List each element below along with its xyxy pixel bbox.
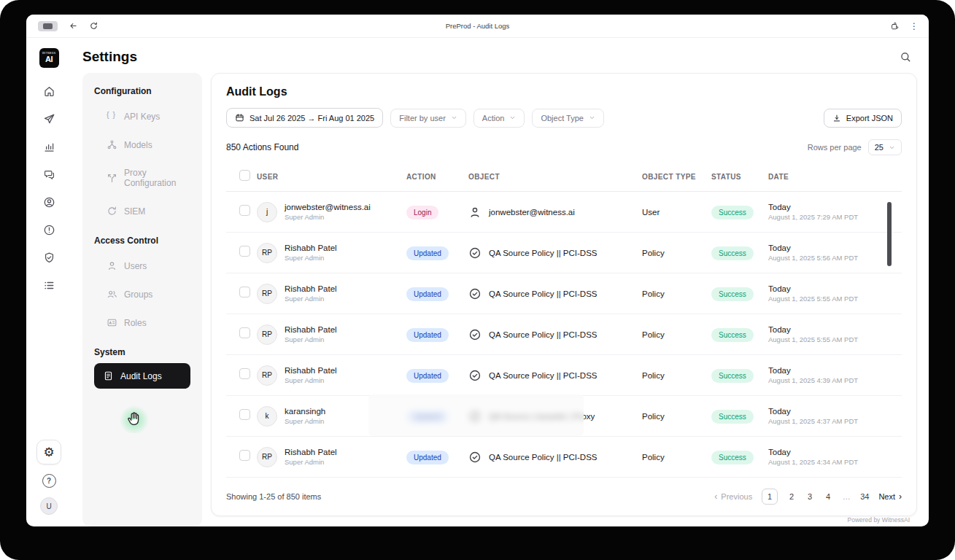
home-icon[interactable]	[43, 85, 55, 98]
object-name: QA Source Policy || PCI-DSS	[489, 289, 598, 298]
browser-tab-title: PreProd - Audit Logs	[26, 22, 929, 30]
object-policy-icon	[468, 246, 482, 260]
date-secondary: August 1, 2025 5:55 AM PDT	[768, 295, 902, 303]
sidebar-item-proxy-configuration[interactable]: Proxy Configuration	[94, 159, 190, 197]
witnessai-logo[interactable]: WITNESS AI	[39, 48, 59, 68]
sidebar-item-models[interactable]: Models	[94, 131, 190, 159]
chrome-right-controls: ⋮	[890, 21, 919, 31]
table-footer: Showing 1-25 of 850 items ‹ Previous 123…	[226, 478, 902, 508]
calendar-icon	[235, 113, 244, 122]
pagination-page[interactable]: 2	[787, 492, 796, 501]
export-json-label: Export JSON	[846, 114, 893, 122]
avatar: j	[257, 202, 277, 222]
column-header-action: ACTION	[406, 173, 468, 181]
row-checkbox[interactable]	[239, 409, 250, 420]
date-secondary: August 1, 2025 5:55 AM PDT	[768, 335, 902, 343]
status-badge: Success	[711, 328, 754, 342]
user-name: Rishabh Patel	[285, 325, 337, 334]
pagination-page[interactable]: 1	[762, 489, 778, 505]
action-dropdown[interactable]: Action	[473, 109, 525, 128]
alert-circle-icon[interactable]	[43, 224, 55, 236]
filter-by-user-dropdown[interactable]: Filter by user	[390, 109, 466, 128]
user-circle-icon[interactable]	[43, 196, 55, 209]
avatar: RP	[257, 243, 277, 263]
user-name: Rishabh Patel	[285, 366, 337, 375]
status-badge: Success	[711, 369, 754, 383]
nav-rail: WITNESS AI ⚙ ? U	[26, 38, 71, 526]
table-row[interactable]: k karansingh Super Admin Updated QA Sour…	[226, 396, 902, 437]
row-checkbox[interactable]	[239, 450, 250, 461]
row-checkbox[interactable]	[239, 246, 250, 257]
chevron-down-icon	[889, 144, 895, 151]
select-all-checkbox[interactable]	[239, 170, 250, 181]
section-label-configuration: Configuration	[94, 86, 190, 96]
extensions-icon[interactable]	[890, 21, 900, 31]
sidebar-item-label: Models	[124, 140, 152, 150]
user-avatar[interactable]: U	[40, 497, 58, 515]
list-icon[interactable]	[43, 279, 55, 292]
rows-per-page-select[interactable]: 25	[868, 139, 902, 155]
action-badge: Login	[406, 206, 438, 219]
scrollbar-thumb[interactable]	[887, 202, 892, 266]
settings-sidebar: Configuration { } API Keys Models Proxy …	[82, 73, 202, 526]
user-role: Super Admin	[285, 458, 337, 466]
nodes-icon	[107, 139, 117, 150]
avatar: RP	[257, 365, 277, 386]
rail-icons	[43, 85, 55, 292]
sidebar-item-roles[interactable]: Roles	[94, 308, 190, 337]
page-header: Settings	[71, 38, 929, 73]
sidebar-item-audit-logs[interactable]: Audit Logs	[94, 363, 190, 389]
row-checkbox[interactable]	[239, 327, 250, 338]
date-primary: Today	[768, 244, 902, 252]
help-icon[interactable]: ?	[42, 474, 56, 488]
body-columns: Configuration { } API Keys Models Proxy …	[71, 73, 929, 526]
table-row[interactable]: RP Rishabh Patel Super Admin Updated QA …	[226, 437, 902, 478]
user-role: Super Admin	[285, 335, 337, 343]
object-name: QA Source Policy || PCI-DSS	[489, 330, 598, 339]
sidebar-item-label: Roles	[124, 318, 147, 328]
table-row[interactable]: RP Rishabh Patel Super Admin Updated QA …	[226, 355, 902, 396]
status-badge: Success	[711, 287, 754, 301]
user-name: jonwebster@witness.ai	[285, 203, 371, 211]
pagination-next[interactable]: Next ›	[878, 492, 902, 501]
object-type-dropdown[interactable]: Object Type	[532, 109, 604, 128]
avatar: RP	[257, 324, 277, 345]
settings-gear-icon[interactable]: ⚙	[36, 440, 61, 464]
row-checkbox[interactable]	[239, 205, 250, 216]
sidebar-item-users[interactable]: Users	[94, 252, 190, 280]
shield-check-icon[interactable]	[43, 252, 55, 264]
split-arrows-icon	[107, 173, 117, 184]
search-icon[interactable]	[900, 51, 911, 63]
chevron-down-icon	[451, 114, 457, 121]
date-primary: Today	[768, 366, 902, 375]
send-icon[interactable]	[43, 113, 55, 125]
analytics-icon[interactable]	[43, 141, 55, 153]
browser-chrome: PreProd - Audit Logs ⋮	[26, 15, 929, 38]
sidebar-item-siem[interactable]: SIEM	[94, 197, 190, 225]
pagination-page[interactable]: 34	[860, 492, 869, 501]
column-header-date: DATE	[768, 173, 902, 181]
action-badge: Updated	[406, 246, 449, 260]
table-row[interactable]: j jonwebster@witness.ai Super Admin Logi…	[226, 192, 902, 233]
pagination-previous[interactable]: ‹ Previous	[714, 492, 752, 501]
sidebar-item-api-keys[interactable]: { } API Keys	[94, 102, 190, 131]
row-checkbox[interactable]	[239, 368, 250, 379]
pagination-page[interactable]: 3	[805, 492, 814, 501]
date-range-button[interactable]: Sat Jul 26 2025 → Fri Aug 01 2025	[226, 108, 383, 128]
export-json-button[interactable]: Export JSON	[824, 109, 902, 128]
object-type-filter-label: Object Type	[541, 114, 584, 122]
table-row[interactable]: RP Rishabh Patel Super Admin Updated QA …	[226, 314, 902, 355]
browser-menu-icon[interactable]: ⋮	[910, 22, 919, 31]
object-policy-icon	[468, 369, 482, 382]
date-primary: Today	[768, 203, 902, 211]
row-checkbox[interactable]	[239, 287, 250, 298]
table-row[interactable]: RP Rishabh Patel Super Admin Updated QA …	[226, 233, 902, 273]
action-filter-label: Action	[482, 114, 505, 122]
pagination-page[interactable]: 4	[824, 492, 832, 501]
avatar: k	[257, 406, 277, 427]
date-secondary: August 1, 2025 4:34 AM PDT	[768, 458, 902, 466]
avatar: RP	[257, 284, 277, 304]
chat-icon[interactable]	[43, 168, 55, 181]
table-row[interactable]: RP Rishabh Patel Super Admin Updated QA …	[226, 273, 902, 314]
sidebar-item-groups[interactable]: Groups	[94, 280, 190, 308]
